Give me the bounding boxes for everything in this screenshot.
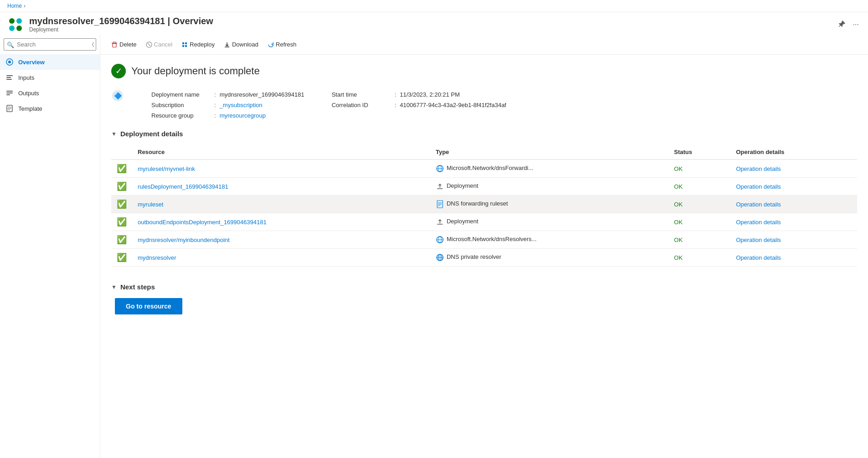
svg-rect-9 (6, 91, 13, 92)
status-badge: OK (674, 254, 683, 261)
resource-group-link[interactable]: myresourcegroup (220, 112, 266, 119)
col-status-icon (111, 145, 132, 160)
deployment-info-icon: 🔷 (111, 89, 124, 102)
refresh-label: Refresh (276, 41, 297, 48)
row-type: Deployment (430, 213, 669, 231)
operation-details-link[interactable]: Operation details (736, 165, 780, 172)
breadcrumb-separator: › (24, 3, 26, 9)
row-resource: mydnsresolver/myinboundendpoint (132, 231, 430, 249)
template-icon (5, 104, 14, 113)
deployment-details-label: Deployment details (120, 130, 183, 138)
info-left: Deployment name : mydnsresolver_16990463… (151, 91, 304, 119)
status-badge: OK (674, 201, 683, 208)
table-row: ✅ mydnsresolver/myinboundendpoint Micros… (111, 231, 857, 249)
correlation-id-value: 41006777-94c3-43a2-9eb1-8f41f2fa34af (400, 102, 506, 108)
search-input[interactable] (4, 38, 96, 51)
doc-icon (436, 200, 444, 208)
resource-link[interactable]: rulesDeployment_1699046394181 (138, 183, 228, 190)
table-header-row: Resource Type Status Operation details (111, 145, 857, 160)
row-status: OK (669, 160, 731, 178)
row-status: OK (669, 249, 731, 267)
download-button[interactable]: Download (220, 38, 262, 51)
table-row: ✅ mydnsresolver DNS private resolver OK … (111, 249, 857, 267)
sidebar: 🔍 《 Overview Inputs Output (0, 35, 100, 458)
refresh-button[interactable]: Refresh (264, 38, 300, 51)
row-status-icon: ✅ (111, 231, 132, 249)
deployment-svg-icon (7, 16, 24, 33)
success-check-icon: ✅ (117, 253, 127, 262)
status-badge: OK (674, 183, 683, 190)
svg-line-19 (148, 43, 150, 46)
template-svg-icon (6, 105, 13, 112)
page-subtitle: Deployment (29, 26, 831, 33)
page-header: mydnsresolver_1699046394181 | Overview D… (0, 12, 868, 35)
row-resource: rulesDeployment_1699046394181 (132, 178, 430, 196)
inputs-icon (5, 73, 14, 82)
operation-details-link[interactable]: Operation details (736, 201, 780, 208)
ellipsis-icon: ··· (853, 21, 859, 28)
resource-link[interactable]: myruleset (138, 201, 163, 208)
table-row: ✅ myruleset DNS forwarding ruleset OK Op… (111, 196, 857, 213)
operation-details-link[interactable]: Operation details (736, 219, 780, 226)
table-row: ✅ rulesDeployment_1699046394181 Deployme… (111, 178, 857, 196)
collapse-button[interactable]: 《 (89, 41, 94, 48)
cancel-icon (146, 41, 152, 48)
sidebar-item-overview-label: Overview (18, 59, 45, 66)
svg-rect-22 (182, 45, 184, 47)
sidebar-item-overview[interactable]: Overview (0, 54, 100, 70)
svg-rect-8 (6, 79, 12, 80)
deployment-info: Deployment name : mydnsresolver_16990463… (131, 87, 506, 123)
next-steps-header[interactable]: ▼ Next steps (111, 276, 857, 294)
operation-details-link[interactable]: Operation details (736, 254, 780, 261)
row-resource: myruleset (132, 196, 430, 213)
delete-label: Delete (119, 41, 137, 48)
header-text: mydnsresolver_1699046394181 | Overview D… (29, 16, 831, 33)
success-check-icon: ✅ (117, 217, 127, 226)
row-resource: myruleset/myvnet-link (132, 160, 430, 178)
pin-button[interactable] (837, 18, 847, 31)
redeploy-button[interactable]: Redeploy (178, 38, 218, 51)
subscription-link[interactable]: _mysubscription (220, 102, 263, 108)
deployment-name-value: mydnsresolver_1699046394181 (220, 91, 305, 98)
sidebar-item-template[interactable]: Template (0, 101, 100, 116)
info-right: Start time : 11/3/2023, 2:20:21 PM Corre… (331, 91, 506, 119)
resource-link[interactable]: myruleset/myvnet-link (138, 165, 195, 172)
operation-details-link[interactable]: Operation details (736, 237, 780, 243)
resource-icon (7, 16, 24, 33)
row-status: OK (669, 213, 731, 231)
row-operation-details: Operation details (730, 249, 857, 267)
row-type: Microsoft.Network/dnsForwardi... (430, 160, 669, 178)
row-operation-details: Operation details (730, 213, 857, 231)
delete-button[interactable]: Delete (108, 38, 140, 51)
row-resource: outboundEndpointsDeployment_169904639418… (132, 213, 430, 231)
breadcrumb-home[interactable]: Home (7, 3, 22, 9)
overview-svg-icon (6, 58, 13, 66)
sidebar-item-outputs[interactable]: Outputs (0, 85, 100, 101)
go-to-resource-button[interactable]: Go to resource (115, 298, 182, 314)
next-steps-label: Next steps (120, 283, 155, 291)
svg-point-1 (16, 18, 22, 24)
page-title: mydnsresolver_1699046394181 | Overview (29, 16, 831, 26)
sidebar-item-inputs-label: Inputs (18, 74, 34, 81)
svg-rect-6 (6, 75, 13, 76)
subscription-row: Subscription : _mysubscription (151, 102, 304, 108)
redeploy-icon (181, 41, 188, 48)
success-icon: ✓ (111, 64, 126, 78)
breadcrumb: Home › (0, 0, 868, 12)
overview-icon (5, 58, 14, 66)
operation-details-link[interactable]: Operation details (736, 183, 780, 190)
sidebar-item-inputs[interactable]: Inputs (0, 70, 100, 85)
status-badge: OK (674, 165, 683, 172)
deployment-details-header[interactable]: ▼ Deployment details (111, 123, 857, 141)
info-icon: 🔷 (111, 87, 126, 123)
resource-link[interactable]: mydnsresolver (138, 254, 176, 261)
cancel-button[interactable]: Cancel (142, 38, 176, 51)
globe-icon (436, 236, 444, 244)
resource-link[interactable]: mydnsresolver/myinboundendpoint (138, 237, 230, 243)
row-resource: mydnsresolver (132, 249, 430, 267)
more-options-button[interactable]: ··· (851, 18, 861, 31)
svg-rect-10 (6, 93, 13, 93)
outputs-svg-icon (6, 89, 13, 97)
resource-link[interactable]: outboundEndpointsDeployment_169904639418… (138, 219, 267, 226)
svg-rect-20 (182, 42, 184, 44)
